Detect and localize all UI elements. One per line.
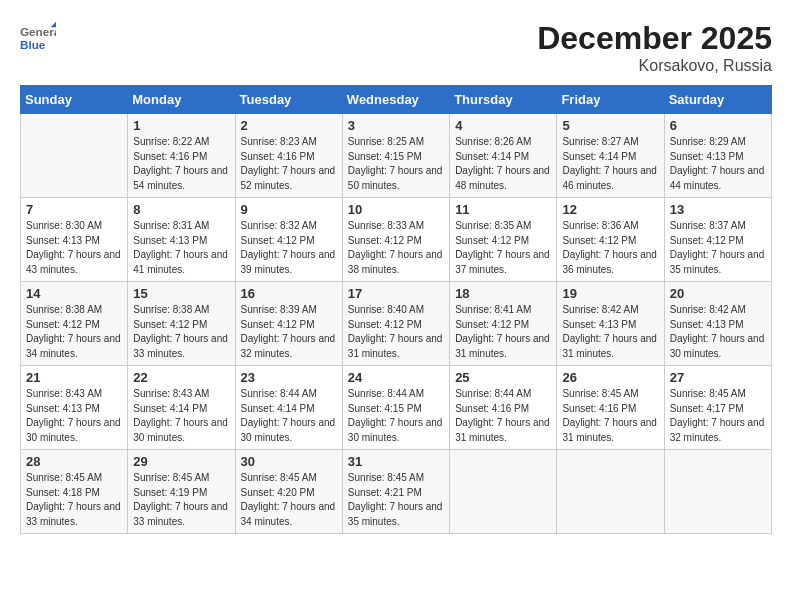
day-number: 4 <box>455 118 551 133</box>
calendar-table: Sunday Monday Tuesday Wednesday Thursday… <box>20 85 772 534</box>
day-number: 23 <box>241 370 337 385</box>
day-detail: Sunrise: 8:22 AMSunset: 4:16 PMDaylight:… <box>133 135 229 193</box>
day-detail: Sunrise: 8:45 AMSunset: 4:16 PMDaylight:… <box>562 387 658 445</box>
day-detail: Sunrise: 8:45 AMSunset: 4:17 PMDaylight:… <box>670 387 766 445</box>
day-detail: Sunrise: 8:25 AMSunset: 4:15 PMDaylight:… <box>348 135 444 193</box>
day-number: 21 <box>26 370 122 385</box>
page-header: General Blue December 2025 Korsakovo, Ru… <box>20 20 772 75</box>
logo-icon: General Blue <box>20 20 56 56</box>
day-detail: Sunrise: 8:32 AMSunset: 4:12 PMDaylight:… <box>241 219 337 277</box>
calendar-day: 23 Sunrise: 8:44 AMSunset: 4:14 PMDaylig… <box>235 366 342 450</box>
calendar-day: 10 Sunrise: 8:33 AMSunset: 4:12 PMDaylig… <box>342 198 449 282</box>
title-block: December 2025 Korsakovo, Russia <box>537 20 772 75</box>
col-tuesday: Tuesday <box>235 86 342 114</box>
calendar-day: 29 Sunrise: 8:45 AMSunset: 4:19 PMDaylig… <box>128 450 235 534</box>
day-detail: Sunrise: 8:37 AMSunset: 4:12 PMDaylight:… <box>670 219 766 277</box>
calendar-week-3: 14 Sunrise: 8:38 AMSunset: 4:12 PMDaylig… <box>21 282 772 366</box>
day-detail: Sunrise: 8:40 AMSunset: 4:12 PMDaylight:… <box>348 303 444 361</box>
day-number: 1 <box>133 118 229 133</box>
calendar-day: 4 Sunrise: 8:26 AMSunset: 4:14 PMDayligh… <box>450 114 557 198</box>
day-detail: Sunrise: 8:39 AMSunset: 4:12 PMDaylight:… <box>241 303 337 361</box>
day-detail: Sunrise: 8:26 AMSunset: 4:14 PMDaylight:… <box>455 135 551 193</box>
day-detail: Sunrise: 8:35 AMSunset: 4:12 PMDaylight:… <box>455 219 551 277</box>
calendar-day: 3 Sunrise: 8:25 AMSunset: 4:15 PMDayligh… <box>342 114 449 198</box>
calendar-day: 28 Sunrise: 8:45 AMSunset: 4:18 PMDaylig… <box>21 450 128 534</box>
day-number: 14 <box>26 286 122 301</box>
day-detail: Sunrise: 8:38 AMSunset: 4:12 PMDaylight:… <box>26 303 122 361</box>
calendar-week-4: 21 Sunrise: 8:43 AMSunset: 4:13 PMDaylig… <box>21 366 772 450</box>
day-number: 30 <box>241 454 337 469</box>
svg-text:Blue: Blue <box>20 38 46 51</box>
day-number: 31 <box>348 454 444 469</box>
day-number: 25 <box>455 370 551 385</box>
day-detail: Sunrise: 8:45 AMSunset: 4:21 PMDaylight:… <box>348 471 444 529</box>
day-number: 8 <box>133 202 229 217</box>
month-title: December 2025 <box>537 20 772 57</box>
calendar-day: 20 Sunrise: 8:42 AMSunset: 4:13 PMDaylig… <box>664 282 771 366</box>
day-detail: Sunrise: 8:41 AMSunset: 4:12 PMDaylight:… <box>455 303 551 361</box>
col-monday: Monday <box>128 86 235 114</box>
calendar-day: 18 Sunrise: 8:41 AMSunset: 4:12 PMDaylig… <box>450 282 557 366</box>
day-number: 22 <box>133 370 229 385</box>
day-number: 5 <box>562 118 658 133</box>
day-detail: Sunrise: 8:43 AMSunset: 4:13 PMDaylight:… <box>26 387 122 445</box>
day-number: 16 <box>241 286 337 301</box>
calendar-day: 21 Sunrise: 8:43 AMSunset: 4:13 PMDaylig… <box>21 366 128 450</box>
day-number: 10 <box>348 202 444 217</box>
calendar-day: 8 Sunrise: 8:31 AMSunset: 4:13 PMDayligh… <box>128 198 235 282</box>
day-number: 26 <box>562 370 658 385</box>
day-detail: Sunrise: 8:42 AMSunset: 4:13 PMDaylight:… <box>562 303 658 361</box>
calendar-day: 22 Sunrise: 8:43 AMSunset: 4:14 PMDaylig… <box>128 366 235 450</box>
day-detail: Sunrise: 8:29 AMSunset: 4:13 PMDaylight:… <box>670 135 766 193</box>
calendar-day: 12 Sunrise: 8:36 AMSunset: 4:12 PMDaylig… <box>557 198 664 282</box>
calendar-week-5: 28 Sunrise: 8:45 AMSunset: 4:18 PMDaylig… <box>21 450 772 534</box>
calendar-day: 16 Sunrise: 8:39 AMSunset: 4:12 PMDaylig… <box>235 282 342 366</box>
calendar-day: 11 Sunrise: 8:35 AMSunset: 4:12 PMDaylig… <box>450 198 557 282</box>
day-detail: Sunrise: 8:42 AMSunset: 4:13 PMDaylight:… <box>670 303 766 361</box>
day-number: 9 <box>241 202 337 217</box>
day-number: 7 <box>26 202 122 217</box>
col-sunday: Sunday <box>21 86 128 114</box>
day-detail: Sunrise: 8:43 AMSunset: 4:14 PMDaylight:… <box>133 387 229 445</box>
calendar-day: 15 Sunrise: 8:38 AMSunset: 4:12 PMDaylig… <box>128 282 235 366</box>
calendar-day: 27 Sunrise: 8:45 AMSunset: 4:17 PMDaylig… <box>664 366 771 450</box>
calendar-day: 26 Sunrise: 8:45 AMSunset: 4:16 PMDaylig… <box>557 366 664 450</box>
calendar-day: 19 Sunrise: 8:42 AMSunset: 4:13 PMDaylig… <box>557 282 664 366</box>
day-number: 6 <box>670 118 766 133</box>
calendar-day <box>557 450 664 534</box>
calendar-day: 7 Sunrise: 8:30 AMSunset: 4:13 PMDayligh… <box>21 198 128 282</box>
day-number: 17 <box>348 286 444 301</box>
day-number: 11 <box>455 202 551 217</box>
calendar-week-2: 7 Sunrise: 8:30 AMSunset: 4:13 PMDayligh… <box>21 198 772 282</box>
col-friday: Friday <box>557 86 664 114</box>
calendar-day: 2 Sunrise: 8:23 AMSunset: 4:16 PMDayligh… <box>235 114 342 198</box>
calendar-day <box>450 450 557 534</box>
calendar-day: 25 Sunrise: 8:44 AMSunset: 4:16 PMDaylig… <box>450 366 557 450</box>
day-number: 12 <box>562 202 658 217</box>
day-number: 24 <box>348 370 444 385</box>
day-number: 3 <box>348 118 444 133</box>
day-detail: Sunrise: 8:44 AMSunset: 4:15 PMDaylight:… <box>348 387 444 445</box>
day-number: 18 <box>455 286 551 301</box>
svg-text:General: General <box>20 25 56 38</box>
calendar-day: 14 Sunrise: 8:38 AMSunset: 4:12 PMDaylig… <box>21 282 128 366</box>
day-detail: Sunrise: 8:36 AMSunset: 4:12 PMDaylight:… <box>562 219 658 277</box>
day-number: 27 <box>670 370 766 385</box>
calendar-day <box>664 450 771 534</box>
day-detail: Sunrise: 8:45 AMSunset: 4:19 PMDaylight:… <box>133 471 229 529</box>
calendar-day: 9 Sunrise: 8:32 AMSunset: 4:12 PMDayligh… <box>235 198 342 282</box>
header-row: Sunday Monday Tuesday Wednesday Thursday… <box>21 86 772 114</box>
day-detail: Sunrise: 8:45 AMSunset: 4:18 PMDaylight:… <box>26 471 122 529</box>
day-detail: Sunrise: 8:31 AMSunset: 4:13 PMDaylight:… <box>133 219 229 277</box>
col-wednesday: Wednesday <box>342 86 449 114</box>
col-thursday: Thursday <box>450 86 557 114</box>
day-detail: Sunrise: 8:23 AMSunset: 4:16 PMDaylight:… <box>241 135 337 193</box>
col-saturday: Saturday <box>664 86 771 114</box>
calendar-week-1: 1 Sunrise: 8:22 AMSunset: 4:16 PMDayligh… <box>21 114 772 198</box>
day-number: 13 <box>670 202 766 217</box>
calendar-day: 24 Sunrise: 8:44 AMSunset: 4:15 PMDaylig… <box>342 366 449 450</box>
day-number: 15 <box>133 286 229 301</box>
day-number: 29 <box>133 454 229 469</box>
logo: General Blue <box>20 20 60 56</box>
calendar-day: 5 Sunrise: 8:27 AMSunset: 4:14 PMDayligh… <box>557 114 664 198</box>
